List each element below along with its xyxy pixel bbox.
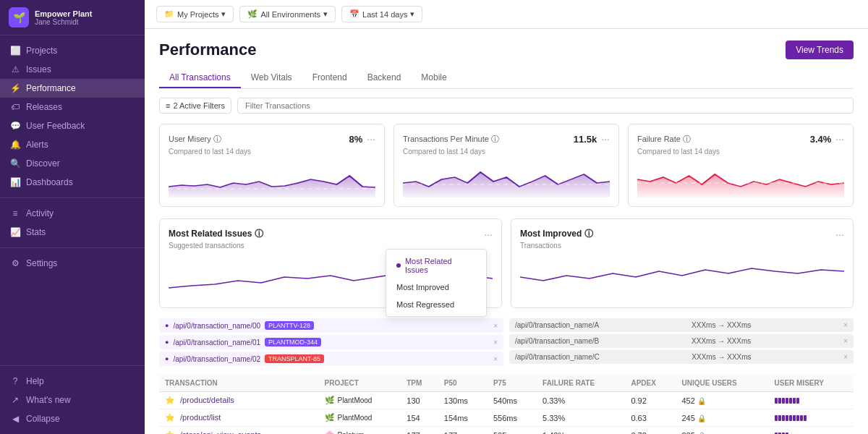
- td-transaction: ⭐ /store/api_view_events: [159, 427, 319, 435]
- chip-close[interactable]: ×: [493, 339, 498, 346]
- sidebar-item-projects[interactable]: ⬜ Projects: [0, 41, 145, 60]
- project-emoji: 🌿: [325, 396, 335, 405]
- dropdown-item-related[interactable]: Most Related Issues: [386, 252, 486, 278]
- chip-close[interactable]: ×: [843, 353, 848, 361]
- issues-dropdown-menu: Most Related Issues Most Improved Most R…: [386, 249, 487, 317]
- sidebar-item-performance[interactable]: ⚡ Performance: [0, 79, 145, 98]
- tab-all-transactions[interactable]: All Transactions: [159, 68, 241, 88]
- help-icon: ?: [10, 376, 20, 386]
- org-info: Empower Plant Jane Schmidt: [35, 9, 92, 26]
- metrics-row: User Misery ⓘ 8% ··· Compared to last 14…: [159, 124, 854, 207]
- improved-header: Most Improved ⓘ ···: [520, 228, 844, 240]
- project-badge: 🌸 Palatum: [325, 430, 365, 434]
- dropdown-item-improved[interactable]: Most Improved: [386, 278, 486, 296]
- active-filters-label: 2 Active Filters: [173, 101, 225, 110]
- sidebar-item-stats[interactable]: 📈 Stats: [0, 223, 145, 242]
- tab-web-vitals[interactable]: Web Vitals: [241, 68, 302, 88]
- tpm-subtitle: Compared to last 14 days: [403, 148, 610, 156]
- sidebar-item-issues[interactable]: ⚠ Issues: [0, 60, 145, 79]
- sidebar-item-label: Dashboards: [26, 177, 73, 187]
- star-icon[interactable]: ⭐: [165, 396, 175, 404]
- improved-more[interactable]: ···: [835, 229, 844, 240]
- user-feedback-icon: 💬: [10, 121, 20, 131]
- environments-dropdown[interactable]: 🌿 All Environments ▾: [239, 6, 336, 22]
- dropdown-item-regressed[interactable]: Most Regressed: [386, 296, 486, 313]
- sidebar-item-activity[interactable]: ≡ Activity: [0, 204, 145, 223]
- tab-mobile[interactable]: Mobile: [411, 68, 456, 88]
- related-issues-more[interactable]: ··· Most Related Issues Most Improved Mo…: [484, 229, 493, 240]
- user-misery-more[interactable]: ···: [367, 133, 375, 145]
- user-misery-value: 8%: [349, 134, 363, 145]
- th-failure-rate: FAILURE RATE: [537, 375, 625, 392]
- failure-rate-title: Failure Rate ⓘ: [637, 134, 691, 145]
- td-p50: 154ms: [438, 409, 488, 427]
- table-header-row: TRANSACTION PROJECT TPM P50 P75 FAILURE …: [159, 375, 854, 392]
- daterange-dropdown-icon: 📅: [349, 9, 359, 19]
- project-badge: 🌿 PlantMood: [325, 413, 373, 422]
- active-filters-badge[interactable]: ≡ 2 Active Filters: [159, 98, 231, 114]
- star-icon[interactable]: ⭐: [165, 430, 175, 434]
- sidebar-item-dashboards[interactable]: 📊 Dashboards: [0, 173, 145, 192]
- failure-rate-more[interactable]: ···: [835, 133, 844, 145]
- sidebar-item-releases[interactable]: 🏷 Releases: [0, 98, 145, 116]
- failure-rate-value: 3.4%: [810, 134, 832, 145]
- projects-dropdown[interactable]: 📁 My Projects ▾: [156, 6, 234, 22]
- chip-badge: PLANTMOD-344: [265, 338, 321, 346]
- org-logo: 🌱: [9, 7, 29, 27]
- tab-frontend[interactable]: Frontend: [302, 68, 357, 88]
- daterange-dropdown[interactable]: 📅 Last 14 days ▾: [341, 6, 422, 22]
- sidebar-item-label: Activity: [26, 208, 54, 218]
- star-icon[interactable]: ⭐: [165, 413, 175, 422]
- table-body: ⭐ /product/details 🌿 PlantMood 130 130ms…: [159, 392, 854, 435]
- sidebar-item-discover[interactable]: 🔍 Discover: [0, 154, 145, 173]
- chevron-down-icon: ▾: [221, 9, 226, 19]
- chip-close[interactable]: ×: [843, 321, 848, 329]
- sidebar-item-user-feedback[interactable]: 💬 User Feedback: [0, 116, 145, 135]
- chips-grid: ● /api/0/transaction_name/00 PLANTTV-128…: [159, 318, 854, 366]
- sidebar-item-help[interactable]: ? Help: [0, 372, 145, 391]
- related-issues-header: Most Related Issues ⓘ ··· Most Related I…: [169, 228, 493, 240]
- chip-close[interactable]: ×: [843, 337, 848, 345]
- projects-dropdown-label: My Projects: [177, 10, 218, 19]
- td-p75: 540ms: [488, 392, 537, 409]
- project-emoji: 🌸: [325, 430, 335, 434]
- sidebar-header: 🌱 Empower Plant Jane Schmidt: [0, 0, 145, 35]
- page-header: Performance View Trends: [159, 41, 854, 59]
- sidebar-item-collapse[interactable]: ◀ Collapse: [0, 409, 145, 428]
- issues-icon: ⚠: [10, 64, 20, 75]
- chip-close[interactable]: ×: [493, 322, 498, 330]
- sidebar-item-settings[interactable]: ⚙ Settings: [0, 254, 145, 273]
- filter-input[interactable]: [237, 98, 854, 114]
- tabs-row: All Transactions Web Vitals Frontend Bac…: [159, 68, 854, 89]
- org-user: Jane Schmidt: [35, 18, 92, 26]
- environments-dropdown-label: All Environments: [260, 10, 320, 19]
- transaction-link[interactable]: /product/details: [180, 396, 234, 404]
- sidebar-item-label: Collapse: [26, 414, 60, 424]
- view-trends-button[interactable]: View Trends: [786, 41, 854, 59]
- td-project: 🌿 PlantMood: [319, 392, 401, 409]
- transaction-link[interactable]: /product/list: [180, 413, 221, 422]
- chip-name: /api/0/transaction_name/01: [173, 339, 260, 346]
- chip-range: XXXms → XXXms: [692, 337, 751, 345]
- td-p75: 565ms: [488, 427, 537, 435]
- td-user-misery: [769, 409, 854, 427]
- tpm-more[interactable]: ···: [601, 133, 610, 145]
- content-area: Performance View Trends All Transactions…: [145, 29, 868, 434]
- td-tpm: 154: [401, 409, 438, 427]
- main-content: 📁 My Projects ▾ 🌿 All Environments ▾ 📅 L…: [145, 0, 868, 434]
- transaction-chips: ● /api/0/transaction_name/00 PLANTTV-128…: [159, 318, 854, 366]
- th-user-misery: USER MISERY: [769, 375, 854, 392]
- sidebar-item-alerts[interactable]: 🔔 Alerts: [0, 135, 145, 154]
- releases-icon: 🏷: [10, 102, 20, 112]
- issues-row: Most Related Issues ⓘ ··· Most Related I…: [159, 218, 854, 308]
- table-row: ⭐ /product/details 🌿 PlantMood 130 130ms…: [159, 392, 854, 409]
- transaction-link[interactable]: /store/api_view_events: [180, 430, 261, 434]
- td-failure-rate: 5.33%: [537, 409, 625, 427]
- failure-rate-header: Failure Rate ⓘ 3.4% ···: [637, 133, 844, 145]
- sidebar-item-whats-new[interactable]: ↗ What's new: [0, 391, 145, 409]
- td-unique-users: 245 🔒: [676, 409, 769, 427]
- chip-range: XXXms → XXXms: [692, 321, 751, 329]
- chip-close[interactable]: ×: [493, 355, 498, 363]
- tab-backend[interactable]: Backend: [357, 68, 412, 88]
- chip-badge: PLANTTV-128: [265, 321, 314, 330]
